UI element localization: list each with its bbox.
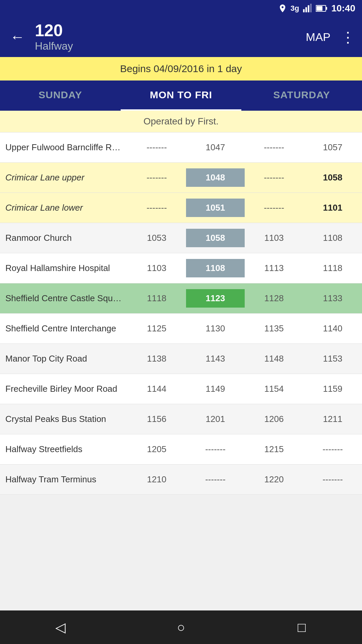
time-cell: 1159 — [303, 380, 362, 398]
table-row: Ranmoor Church1053105811031108 — [0, 223, 362, 253]
time-cell: 1156 — [127, 410, 186, 428]
time-cell: 1058 — [303, 168, 362, 187]
time-cell: ------- — [127, 199, 186, 217]
route-number: 120 — [35, 21, 299, 40]
app-header: ← 120 Halfway MAP ⋮ — [0, 17, 362, 57]
schedule-container: Upper Fulwood Barncliffe R…-------1047--… — [0, 132, 362, 495]
table-row: Crimicar Lane lower-------1051-------110… — [0, 193, 362, 223]
time-cell: 1125 — [127, 319, 186, 338]
status-icons: 3g 10:40 — [278, 3, 355, 14]
tabs-container: SUNDAY MON TO FRI SATURDAY — [0, 80, 362, 111]
time-cell: ------- — [303, 440, 362, 459]
route-subtitle: Halfway — [35, 40, 299, 52]
time-cell: 1215 — [245, 440, 303, 459]
time-cell: 1058 — [186, 229, 245, 247]
time-cell: 1053 — [127, 229, 186, 247]
notice-bar: Begins 04/09/2016 in 1 day — [0, 57, 362, 80]
table-row: Sheffield Centre Interchange112511301135… — [0, 314, 362, 344]
time-cell: 1103 — [127, 259, 186, 277]
time-cell: 1047 — [186, 138, 245, 157]
time-cell: 1144 — [127, 380, 186, 398]
table-row: Manor Top City Road1138114311481153 — [0, 344, 362, 374]
tab-sunday[interactable]: SUNDAY — [0, 80, 121, 111]
tab-saturday[interactable]: SATURDAY — [241, 80, 362, 111]
header-title-block: 120 Halfway — [35, 21, 299, 52]
time-cell: ------- — [245, 138, 303, 157]
time-cell: ------- — [127, 138, 186, 157]
svg-rect-5 — [316, 6, 322, 11]
time-cell: 1153 — [303, 350, 362, 368]
nav-recent-button[interactable]: □ — [288, 614, 315, 641]
nav-back-button[interactable]: ◁ — [47, 614, 74, 641]
stop-name: Sheffield Centre Castle Squ… — [0, 289, 127, 308]
time-cell: 1149 — [186, 380, 245, 398]
back-button[interactable]: ← — [7, 25, 28, 49]
location-icon — [278, 4, 287, 13]
signal-icon — [302, 4, 312, 13]
stop-name: Ranmoor Church — [0, 229, 127, 247]
svg-rect-6 — [326, 7, 327, 10]
svg-rect-0 — [303, 9, 305, 12]
time-cell: 1201 — [186, 410, 245, 428]
time-cell: 1128 — [245, 289, 303, 308]
table-row: Crimicar Lane upper-------1048-------105… — [0, 163, 362, 193]
time-cell: ------- — [186, 470, 245, 489]
time-cell: 1113 — [245, 259, 303, 277]
table-row: Sheffield Centre Castle Squ…111811231128… — [0, 283, 362, 314]
time-cell: 1123 — [186, 289, 245, 308]
operated-by-bar: Operated by First. — [0, 111, 362, 132]
time-cell: 1101 — [303, 199, 362, 217]
time-cell: 1135 — [245, 319, 303, 338]
time-cell: 1211 — [303, 410, 362, 428]
stop-name: Manor Top City Road — [0, 350, 127, 368]
table-row: Royal Hallamshire Hospital11031108111311… — [0, 253, 362, 283]
time-cell: 1048 — [186, 168, 245, 187]
time-cell: 1130 — [186, 319, 245, 338]
battery-icon — [316, 5, 328, 12]
time-cell: ------- — [303, 470, 362, 489]
stop-name: Frecheville Birley Moor Road — [0, 380, 127, 398]
time-cell: 1138 — [127, 350, 186, 368]
time-cell: 1057 — [303, 138, 362, 157]
table-row: Crystal Peaks Bus Station115612011206121… — [0, 404, 362, 434]
stop-name: Sheffield Centre Interchange — [0, 319, 127, 338]
time-cell: 1118 — [127, 289, 186, 308]
time-cell: 1108 — [303, 229, 362, 247]
time-cell: 1051 — [186, 199, 245, 217]
tab-mon-to-fri[interactable]: MON TO FRI — [121, 80, 241, 111]
time-cell: 1143 — [186, 350, 245, 368]
more-options-button[interactable]: ⋮ — [341, 29, 355, 46]
time-cell: ------- — [245, 199, 303, 217]
time-cell: 1140 — [303, 319, 362, 338]
time-cell: 1148 — [245, 350, 303, 368]
nav-home-button[interactable]: ○ — [168, 614, 194, 641]
network-indicator: 3g — [291, 4, 299, 13]
stop-name: Crimicar Lane upper — [0, 168, 127, 187]
clock: 10:40 — [331, 3, 355, 14]
stop-name: Halfway Streetfields — [0, 440, 127, 459]
status-bar: 3g 10:40 — [0, 0, 362, 17]
time-cell: 1108 — [186, 259, 245, 277]
svg-rect-2 — [308, 5, 310, 12]
nav-bar: ◁ ○ □ — [0, 610, 362, 644]
stop-name: Crimicar Lane lower — [0, 199, 127, 217]
stop-name: Royal Hallamshire Hospital — [0, 259, 127, 277]
time-cell: 1154 — [245, 380, 303, 398]
time-cell: ------- — [245, 168, 303, 187]
time-cell: 1210 — [127, 470, 186, 489]
time-cell: 1220 — [245, 470, 303, 489]
map-button[interactable]: MAP — [306, 31, 330, 44]
stop-name: Halfway Tram Terminus — [0, 470, 127, 489]
time-cell: ------- — [127, 168, 186, 187]
time-cell: 1133 — [303, 289, 362, 308]
time-cell: 1205 — [127, 440, 186, 459]
time-cell: 1118 — [303, 259, 362, 277]
table-row: Halfway Streetfields1205-------1215-----… — [0, 434, 362, 465]
table-row: Halfway Tram Terminus1210-------1220----… — [0, 465, 362, 495]
svg-rect-3 — [310, 4, 312, 12]
table-row: Frecheville Birley Moor Road114411491154… — [0, 374, 362, 404]
time-cell: ------- — [186, 440, 245, 459]
svg-rect-1 — [306, 7, 307, 12]
table-row: Upper Fulwood Barncliffe R…-------1047--… — [0, 132, 362, 163]
header-actions: MAP ⋮ — [306, 29, 355, 46]
